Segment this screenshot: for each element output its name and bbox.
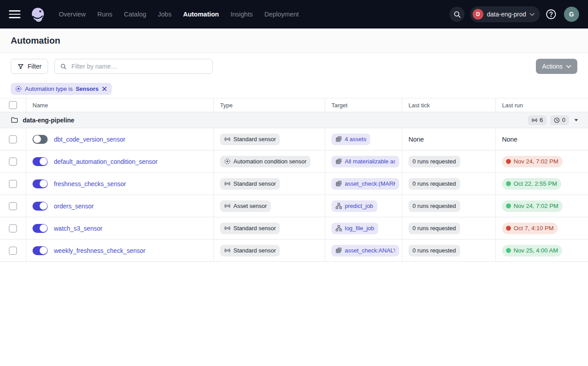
search-icon[interactable]: [449, 7, 465, 22]
target-badge[interactable]: asset_check:ANALY: [331, 245, 399, 256]
row-checkbox[interactable]: [9, 180, 17, 188]
close-icon[interactable]: [102, 86, 107, 92]
target-badge[interactable]: All materializable as: [331, 156, 399, 167]
last-run-time: Oct 22, 2:55 PM: [514, 180, 557, 187]
name-filter-field: [54, 59, 213, 74]
sensor-icon: [224, 225, 231, 232]
row-checkbox[interactable]: [9, 224, 17, 232]
last-run-status-badge[interactable]: Oct 7, 4:10 PM: [502, 223, 558, 234]
last-tick-badge: 0 runs requested: [408, 200, 460, 212]
sensor-toggle[interactable]: [33, 224, 48, 233]
sensor-icon: [224, 247, 231, 254]
last-run-status-badge[interactable]: Nov 24, 7:02 PM: [502, 156, 563, 167]
sensor-name-link[interactable]: freshness_checks_sensor: [54, 180, 126, 187]
sensor-name-link[interactable]: dbt_code_version_sensor: [54, 136, 125, 143]
sensor-type-label: Standard sensor: [233, 180, 276, 187]
last-run-status-badge[interactable]: Oct 22, 2:55 PM: [502, 178, 561, 190]
sensor-toggle[interactable]: [33, 135, 48, 144]
folder-icon: [11, 116, 18, 124]
sensor-type-badge: Asset sensor: [220, 200, 271, 212]
target-link[interactable]: asset_check:(MARK: [345, 180, 395, 187]
actions-button-label: Actions: [542, 63, 563, 70]
target-link[interactable]: predict_job: [345, 203, 373, 209]
deployment-switcher[interactable]: D data-eng-prod: [470, 6, 540, 22]
sensor-type-label: Standard sensor: [233, 247, 276, 254]
filter-chip-automation-type[interactable]: Automation type is Sensors: [11, 83, 112, 95]
target-badge[interactable]: predict_job: [331, 200, 377, 212]
target-badge[interactable]: log_file_job: [331, 223, 378, 234]
target-link[interactable]: log_file_job: [345, 225, 374, 232]
row-checkbox[interactable]: [9, 247, 17, 255]
nav-item-jobs[interactable]: Jobs: [158, 11, 172, 18]
clock-icon: [554, 117, 560, 123]
search-icon: [60, 63, 67, 70]
row-checkbox[interactable]: [9, 202, 17, 210]
nav-item-insights[interactable]: Insights: [230, 11, 253, 18]
hamburger-menu-icon[interactable]: [9, 10, 20, 18]
sensor-icon: [531, 117, 538, 123]
sensor-icon: [224, 203, 231, 209]
funnel-icon: [17, 63, 24, 70]
last-run-value: None: [502, 136, 518, 143]
sensor-type-badge: Standard sensor: [220, 178, 280, 190]
row-checkbox[interactable]: [9, 158, 17, 166]
sensor-name-link[interactable]: orders_sensor: [54, 203, 94, 210]
sensor-icon: [224, 136, 231, 142]
sensor-icon: [224, 180, 231, 187]
dagster-logo-icon[interactable]: [29, 5, 47, 24]
last-tick-badge: 0 runs requested: [408, 156, 460, 167]
sensor-count: 6: [540, 117, 543, 123]
select-all-checkbox[interactable]: [9, 101, 17, 109]
table-row: orders_sensorAsset sensorpredict_job0 ru…: [0, 195, 588, 217]
group-name: data-eng-pipeline: [23, 117, 74, 124]
automation-condition-icon: [224, 158, 231, 165]
sensor-name-link[interactable]: weekly_freshness_check_sensor: [54, 247, 145, 254]
run-status-dot-icon: [506, 248, 511, 253]
sensor-name-link[interactable]: default_automation_condition_sensor: [54, 158, 158, 165]
nav-item-runs[interactable]: Runs: [97, 11, 112, 18]
sensor-toggle[interactable]: [33, 202, 48, 211]
user-avatar[interactable]: G: [564, 7, 579, 22]
primary-nav: OverviewRunsCatalogJobsAutomationInsight…: [59, 11, 299, 18]
last-run-status-badge[interactable]: Nov 25, 4:00 AM: [502, 245, 562, 256]
table-row: freshness_checks_sensorStandard sensoras…: [0, 173, 588, 195]
nav-item-deployment[interactable]: Deployment: [264, 11, 298, 18]
target-link[interactable]: 4 assets: [345, 136, 366, 142]
row-checkbox[interactable]: [9, 135, 17, 143]
last-run-status-badge[interactable]: Nov 24, 7:02 PM: [502, 200, 563, 212]
sensor-type-badge: Standard sensor: [220, 245, 280, 256]
code-location-group-row[interactable]: data-eng-pipeline 6 0: [0, 112, 588, 128]
target-link[interactable]: All materializable as: [345, 158, 395, 165]
active-filters-row: Automation type is Sensors: [0, 80, 588, 98]
last-tick-badge: 0 runs requested: [408, 245, 460, 256]
sensor-type-badge: Automation condition sensor: [220, 156, 310, 167]
column-header-name: Name: [26, 98, 214, 112]
sensor-type-label: Automation condition sensor: [233, 158, 306, 165]
last-run-time: Nov 25, 4:00 AM: [514, 247, 558, 254]
run-status-dot-icon: [506, 203, 511, 208]
name-filter-input[interactable]: [70, 62, 207, 70]
deployment-name: data-eng-prod: [487, 11, 526, 18]
nav-item-catalog[interactable]: Catalog: [124, 11, 146, 18]
sensor-name-link[interactable]: watch_s3_sensor: [54, 225, 102, 232]
filter-button[interactable]: Filter: [11, 59, 48, 74]
target-link[interactable]: asset_check:ANALY: [345, 247, 395, 254]
nav-item-automation[interactable]: Automation: [183, 11, 219, 18]
sensor-toggle[interactable]: [33, 246, 48, 255]
run-status-dot-icon: [506, 226, 511, 231]
run-status-dot-icon: [506, 181, 511, 186]
sensor-toggle[interactable]: [33, 157, 48, 166]
toolbar: Filter Actions: [0, 53, 588, 80]
target-badge[interactable]: 4 assets: [331, 134, 370, 145]
nav-item-overview[interactable]: Overview: [59, 11, 86, 18]
table-row: weekly_freshness_check_sensorStandard se…: [0, 240, 588, 262]
sensor-toggle[interactable]: [33, 179, 48, 188]
target-badge[interactable]: asset_check:(MARK: [331, 178, 399, 190]
automation-condition-icon: [15, 85, 22, 92]
actions-button[interactable]: Actions: [536, 59, 577, 74]
collapse-caret-icon[interactable]: [572, 119, 580, 122]
last-run-time: Nov 24, 7:02 PM: [514, 158, 559, 165]
sensor-type-badge: Standard sensor: [220, 223, 280, 234]
help-icon[interactable]: [545, 8, 559, 21]
column-header-type: Type: [214, 98, 325, 112]
